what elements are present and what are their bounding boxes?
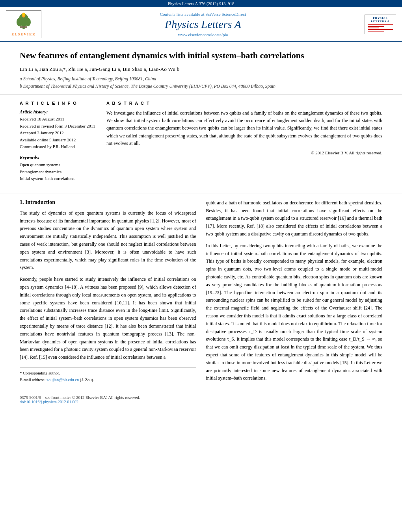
intro-para-2: Recently, people have started to study i… — [20, 276, 196, 361]
logo-line-2 — [368, 26, 384, 27]
journal-url: www.elsevier.com/locate/pla — [49, 32, 357, 37]
sciverse-link: SciVerse ScienceDirect — [205, 12, 246, 17]
logo-line-1 — [368, 24, 393, 25]
journal-reference: Physics Letters A 376 (2012) 913–918 — [168, 1, 234, 6]
elsevier-logo: ELSEVIER — [6, 10, 41, 38]
keyword-2: Entanglement dynamics — [20, 169, 99, 176]
article-info-label: A R T I C L E I N F O — [20, 101, 99, 106]
footer: 0375-9601/$ – see front matter © 2012 El… — [0, 392, 402, 407]
intro-para-3: qubit and a bath of harmonic oscillators… — [206, 199, 383, 238]
journal-reference-bar: Physics Letters A 376 (2012) 913–918 — [0, 0, 402, 7]
keywords-heading: Keywords: — [20, 155, 99, 160]
article-info-col: A R T I C L E I N F O Article history: R… — [20, 101, 99, 187]
affiliations: a School of Physics, Beijing Institute o… — [20, 76, 382, 90]
article-info-abstract: A R T I C L E I N F O Article history: R… — [0, 95, 402, 193]
online-date: Available online 5 January 2012 — [20, 137, 99, 144]
svg-point-6 — [22, 13, 24, 16]
accepted-date: Accepted 3 January 2012 — [20, 130, 99, 137]
footnote-star: * Corresponding author. — [20, 370, 196, 377]
body-left-col: 1. Introduction The study of dynamics of… — [20, 199, 196, 386]
footnote-email: E-mail address: zoujian@bit.edu.cn (J. Z… — [20, 377, 196, 384]
footer-doi: doi:10.1016/j.physleta.2012.01.002 — [20, 400, 382, 404]
abstract-text: We investigate the influence of initial … — [106, 109, 382, 147]
intro-para-4: In this Letter, by considering two qubit… — [206, 242, 383, 382]
footnote-email-address: zoujian@bit.edu.cn — [47, 378, 79, 382]
communicated: Communicated by P.R. Holland — [20, 143, 99, 150]
affiliation-a: a School of Physics, Beijing Institute o… — [20, 76, 382, 82]
svg-rect-4 — [20, 26, 27, 28]
article-title-section: New features of entanglement dynamics wi… — [0, 42, 402, 95]
journal-logo-right: PHYSICS LETTERS A — [365, 15, 396, 34]
elsevier-wordmark: ELSEVIER — [8, 32, 39, 36]
article-history-heading: Article history: — [20, 109, 99, 114]
right-logo-title: PHYSICS LETTERS A — [367, 17, 394, 23]
keyword-1: Open quantum systems — [20, 161, 99, 169]
footnote-section: * Corresponding author. E-mail address: … — [20, 367, 196, 384]
article-title: New features of entanglement dynamics wi… — [20, 50, 382, 61]
footnote-email-label: E-mail address: — [20, 378, 46, 382]
footnote-email-suffix: (J. Zou). — [80, 378, 94, 382]
keywords-block: Keywords: Open quantum systems Entanglem… — [20, 155, 99, 182]
copyright: © 2012 Elsevier B.V. All rights reserved… — [106, 150, 382, 155]
revised-date: Received in revised form 3 December 2011 — [20, 123, 99, 130]
section1-heading: 1. Introduction — [20, 199, 196, 206]
authors: Lin Li a, Jian Zou a,*, Zhi He a, Jun-Ga… — [20, 66, 382, 72]
footer-issn: 0375-9601/$ – see front matter © 2012 El… — [20, 395, 382, 400]
affiliation-b: b Department of Theoretical Physics and … — [20, 83, 382, 90]
sciverse-line: Contents lists available at SciVerse Sci… — [49, 12, 357, 17]
logo-line-3 — [368, 28, 379, 28]
svg-point-3 — [25, 18, 31, 26]
logo-line-4 — [368, 29, 393, 30]
abstract-label: A B S T R A C T — [106, 101, 382, 106]
body-content: 1. Introduction The study of dynamics of… — [0, 193, 402, 392]
body-right-col: qubit and a bath of harmonic oscillators… — [206, 199, 383, 386]
intro-para-1: The study of dynamics of open quantum sy… — [20, 209, 196, 272]
article-history-block: Article history: Received 18 August 2011… — [20, 109, 99, 150]
journal-title: Physics Letters A — [49, 18, 357, 31]
logo-line-5 — [368, 31, 384, 32]
received-date: Received 18 August 2011 — [20, 116, 99, 123]
journal-header: ELSEVIER Contents lists available at Sci… — [0, 7, 402, 42]
journal-center-header: Contents lists available at SciVerse Sci… — [49, 12, 357, 37]
svg-point-2 — [17, 18, 22, 26]
abstract-col: A B S T R A C T We investigate the influ… — [106, 101, 382, 187]
keyword-3: Initial system–bath correlations — [20, 175, 99, 182]
